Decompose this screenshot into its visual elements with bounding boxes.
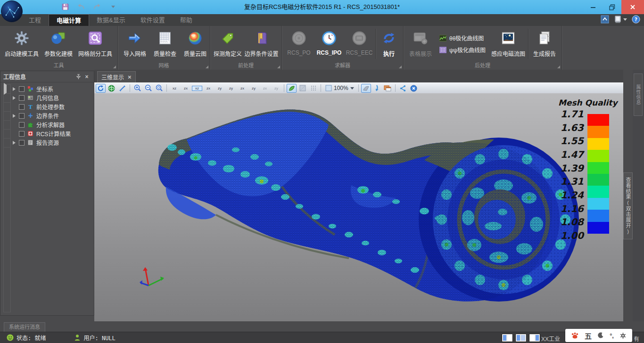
flat-view-button[interactable] [297, 84, 307, 93]
tab-3d-display[interactable]: 三维显示 × [97, 71, 136, 82]
view-axis-button-6[interactable]: zy [226, 86, 236, 91]
grid-points-button[interactable] [308, 84, 318, 93]
help-button[interactable]: ? [632, 15, 640, 24]
execute-button[interactable]: 执行 [377, 27, 401, 61]
view-axis-button-4[interactable]: zx [203, 86, 214, 91]
checkbox[interactable] [19, 131, 25, 137]
gutter-expander[interactable] [4, 85, 10, 94]
ime-toolbar[interactable]: 五 °, [565, 329, 632, 342]
view-capture-button[interactable] [361, 84, 371, 93]
properties-tab[interactable]: 属性信息 [634, 74, 643, 116]
tab-software-settings[interactable]: 软件设置 [133, 14, 173, 26]
collapse-ribbon-button[interactable] [601, 15, 609, 24]
display-device-button[interactable] [614, 15, 627, 24]
dialog-launcher-icon[interactable] [399, 65, 402, 68]
zoom-fit-button[interactable] [154, 84, 164, 93]
tree-item-preprocess-params[interactable]: T 前处理参数 [13, 102, 92, 111]
mesh-partition-tool-button[interactable]: 网格剖分工具 [75, 27, 115, 61]
checkbox[interactable] [19, 86, 25, 92]
system-messages-tab[interactable]: 系统运行消息 [4, 322, 45, 332]
view-axis-button-1[interactable]: xz [169, 86, 180, 91]
svg-text:?: ? [635, 16, 637, 23]
view-axis-button-5[interactable]: zy [215, 86, 225, 91]
expand-icon[interactable] [13, 87, 16, 91]
checkbox[interactable] [19, 95, 25, 101]
restore-button[interactable] [603, 0, 621, 14]
app-logo[interactable] [1, 0, 23, 22]
orbit-button[interactable] [107, 84, 116, 93]
zoom-out-button[interactable] [143, 84, 153, 93]
induced-current-map-button[interactable]: 感应电磁流图 [489, 27, 527, 61]
dialog-launcher-icon[interactable] [113, 65, 116, 68]
tree-item-boundary-conditions[interactable]: 边界条件 [13, 111, 92, 120]
tab-data-display[interactable]: 数据&显示 [89, 14, 133, 26]
minimize-button[interactable] [584, 0, 603, 14]
zoom-level-select[interactable]: 100% [323, 85, 356, 91]
share-button[interactable] [398, 84, 408, 93]
ribbon-group-preprocess-label: 前处理 [210, 61, 281, 69]
theta-polarization-curve-button[interactable]: θθ极化曲线图 [439, 34, 486, 42]
checkbox[interactable] [19, 113, 25, 119]
view-axis-button-7[interactable]: zx [237, 86, 248, 91]
close-view-button[interactable] [409, 84, 419, 93]
tree-item-rcs-results[interactable]: RCS计算结果 [13, 129, 92, 138]
zoom-in-button[interactable] [132, 84, 142, 93]
ime-punct[interactable]: °, [610, 332, 614, 339]
view-results-tab[interactable]: 查看结果(双击展开) [623, 172, 633, 239]
view-axis-button-3[interactable]: xz [192, 86, 202, 91]
expand-icon[interactable] [13, 114, 16, 118]
menu-bar: 工程 电磁计算 数据&显示 软件设置 帮助 [0, 14, 644, 26]
ime-mode-char[interactable]: 五 [585, 331, 592, 341]
tree-item-report-resources[interactable]: 报告资源 [13, 138, 92, 147]
scene-manager-button[interactable] [383, 84, 393, 93]
checkbox[interactable] [19, 140, 25, 146]
tab-3d-display-label: 三维显示 [101, 73, 124, 81]
layout-bottom-panel-button[interactable] [529, 334, 540, 342]
tree-item-analysis-solver[interactable]: 分析求解器 [13, 120, 92, 129]
purple-book-icon [255, 29, 269, 48]
close-button[interactable] [621, 0, 644, 14]
view-axis-button-9[interactable]: zx [260, 86, 270, 91]
layout-left-panel-button[interactable] [502, 334, 513, 342]
pin-icon[interactable] [74, 73, 83, 81]
checkbox[interactable] [19, 104, 25, 110]
boundary-condition-settings-button[interactable]: 边界条件设置 [243, 27, 280, 61]
import-view-button[interactable] [372, 84, 382, 93]
quality-check-button[interactable]: 质量检查 [150, 27, 180, 61]
solver-rcs-po-button[interactable]: RCS_PO [284, 27, 314, 61]
dialog-launcher-icon[interactable] [557, 65, 560, 68]
expand-icon[interactable] [13, 96, 16, 100]
import-arrow-icon [127, 29, 142, 48]
grid-paper-icon [158, 29, 172, 48]
checkbox[interactable] [19, 122, 25, 128]
view-axis-button-8[interactable]: zy [248, 86, 259, 91]
import-mesh-button[interactable]: 导入网格 [120, 27, 150, 61]
generate-report-button[interactable]: 生成报告 [529, 27, 560, 61]
probe-angle-button[interactable]: 探测角定义 [212, 27, 243, 61]
quality-cloud-map-button[interactable]: 质量云图 [180, 27, 210, 61]
layout-split-button[interactable] [515, 334, 527, 342]
ime-settings-gear-icon [619, 332, 627, 339]
view-axis-button-10[interactable]: zy [271, 86, 281, 91]
solver-rcs-ipo-button[interactable]: RCS_IPO [314, 27, 344, 61]
close-tab-icon[interactable]: × [128, 74, 132, 81]
view-axis-button-2[interactable]: zx [181, 86, 191, 91]
launch-modeling-tool-button[interactable]: 启动建模工具 [2, 27, 41, 61]
tree-item-coordinate-system[interactable]: 坐标系 [13, 84, 92, 93]
viewport-canvas[interactable]: Mesh Quality 1.711.63 1.551.47 1.391.31 … [94, 93, 623, 321]
shaded-view-button[interactable] [287, 84, 297, 93]
tree-item-geometry-info[interactable]: 几何信息 [13, 93, 92, 102]
psi-polarization-curve-button[interactable]: ψψ极化曲线图 [439, 46, 486, 54]
dialog-launcher-icon[interactable] [206, 65, 208, 68]
expand-icon[interactable] [13, 141, 16, 145]
pan-zoom-button[interactable] [117, 84, 127, 93]
tab-em-computation[interactable]: 电磁计算 [49, 14, 89, 26]
solver-rcs-eec-button[interactable]: RCS_EEC [344, 27, 374, 61]
rotate-view-button[interactable] [96, 84, 106, 93]
tab-help[interactable]: 帮助 [173, 14, 200, 26]
parametric-modeling-button[interactable]: 参数化建模 [41, 27, 75, 61]
table-display-button[interactable]: 表格展示 [405, 27, 436, 61]
close-panel-icon[interactable]: × [83, 73, 91, 81]
dialog-launcher-icon[interactable] [277, 65, 280, 68]
tab-project[interactable]: 工程 [21, 14, 49, 26]
